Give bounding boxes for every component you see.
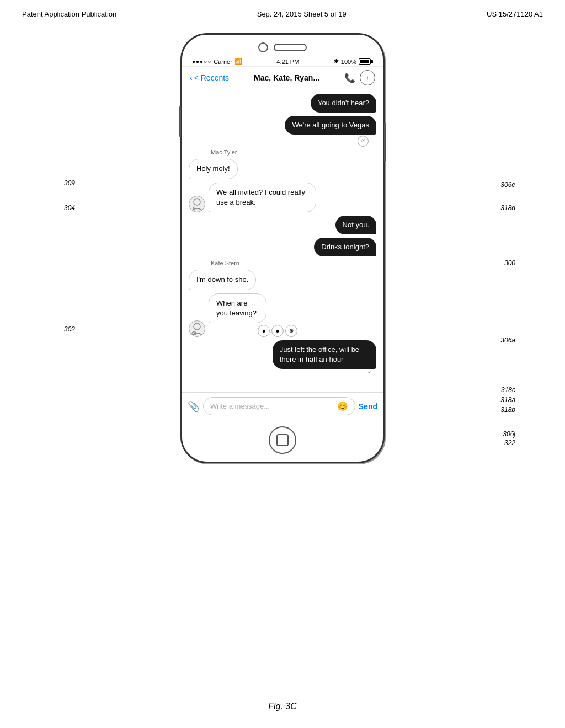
send-button[interactable]: Send xyxy=(359,402,377,411)
phone-top-bar xyxy=(182,35,383,57)
reaction-badge-1: ● xyxy=(258,325,270,337)
table-row: You didn't hear? xyxy=(189,94,376,113)
bubble-sent-5: Just left the office, will be there in h… xyxy=(273,340,376,369)
info-icon[interactable]: i xyxy=(360,70,375,85)
avatar-kate xyxy=(189,320,205,337)
reaction-badges: ● ● ⊕ xyxy=(258,325,297,337)
bubble-received-2: We all invited? I could really use a bre… xyxy=(209,183,316,212)
annotation-322: 322 xyxy=(504,439,515,447)
svg-point-2 xyxy=(194,323,200,330)
annotation-318c: 318c xyxy=(501,386,515,394)
chevron-left-icon: ‹ xyxy=(190,73,193,82)
nav-bar: ‹ < Recents Mac, Kate, Ryan... 📞 i xyxy=(182,67,383,89)
carrier-label: Carrier xyxy=(214,58,232,65)
message-placeholder: Write a message... xyxy=(210,402,270,410)
annotation-306j: 306j xyxy=(503,430,515,438)
fig-caption: Fig. 3C xyxy=(268,702,297,711)
annotation-306e: 306e xyxy=(500,181,515,189)
table-row: When are you leaving? ● ● ⊕ xyxy=(189,293,376,337)
tapback-dot-heart: ♡ xyxy=(358,136,369,147)
avatar-mac xyxy=(189,196,205,212)
reaction-badge-2: ● xyxy=(271,325,284,337)
battery-percent: 100% xyxy=(341,58,356,65)
bubble-sent-2: We're all going to Vegas xyxy=(285,116,376,135)
bluetooth-icon: ✱ xyxy=(334,58,339,65)
bubble-received-3: I'm down fo sho. xyxy=(189,270,256,290)
bubble-received-4: When are you leaving? xyxy=(209,293,266,323)
annotation-318a: 318a xyxy=(500,396,515,404)
bubble-sent-3: Not you. xyxy=(335,216,376,234)
signal-dots: ●●●○○ xyxy=(192,58,211,65)
table-row: Just left the office, will be there in h… xyxy=(189,340,376,375)
annotation-318d: 318d xyxy=(500,204,515,212)
wifi-icon: 📶 xyxy=(234,58,242,65)
home-button[interactable] xyxy=(269,426,296,454)
bubble-sent-4: Drinks tonight? xyxy=(314,238,376,256)
annotation-309: 309 xyxy=(64,179,75,187)
battery-icon xyxy=(359,58,373,65)
back-button[interactable]: ‹ < Recents xyxy=(190,73,229,82)
table-row: We're all going to Vegas xyxy=(189,116,376,135)
table-row: I'm down fo sho. xyxy=(189,270,376,290)
home-button-inner xyxy=(276,434,289,446)
nav-title: Mac, Kate, Ryan... xyxy=(254,73,319,82)
table-row: We all invited? I could really use a bre… xyxy=(189,183,376,212)
reaction-badge-3: ⊕ xyxy=(285,325,297,337)
home-button-area xyxy=(182,420,383,462)
checkmark-icon: ✓ xyxy=(367,369,372,375)
table-row: Not you. xyxy=(189,216,376,234)
back-label: < Recents xyxy=(194,73,229,82)
annotation-300: 300 xyxy=(504,259,515,267)
phone-call-icon[interactable]: 📞 xyxy=(344,73,355,83)
speaker-pill xyxy=(274,44,307,51)
table-row: Drinks tonight? xyxy=(189,238,376,256)
messages-area: You didn't hear? We're all going to Vega… xyxy=(182,89,383,392)
annotation-306a: 306a xyxy=(500,336,515,344)
annotation-318b: 318b xyxy=(500,406,515,414)
status-bar: ●●●○○ Carrier 📶 4:21 PM ✱ 100% xyxy=(182,57,383,67)
patent-header: Patent Application Publication Sep. 24, … xyxy=(0,0,565,24)
bubble-received-1: Holy moly! xyxy=(189,159,238,179)
sender-name-mac: Mac Tyler xyxy=(211,149,376,156)
msg-with-avatar-1: We all invited? I could really use a bre… xyxy=(189,183,354,212)
annotation-304: 304 xyxy=(64,204,75,212)
table-row: Holy moly! xyxy=(189,159,376,179)
annotation-302: 302 xyxy=(64,325,75,333)
svg-point-0 xyxy=(194,199,200,205)
msg-delivered: ✓ xyxy=(367,369,372,375)
phone-outer: ●●●○○ Carrier 📶 4:21 PM ✱ 100% ‹ < Recen… xyxy=(180,33,385,463)
msg-with-avatar-2: When are you leaving? ● ● ⊕ xyxy=(189,293,297,337)
bubble-sent-1: You didn't hear? xyxy=(311,94,376,113)
sender-name-kate: Kate Stern xyxy=(211,260,376,266)
time-display: 4:21 PM xyxy=(276,58,299,65)
emoji-button[interactable]: 😊 xyxy=(337,401,348,411)
tapback-area-1: ♡ xyxy=(189,136,369,147)
input-bar: 📎 Write a message... 😊 Send xyxy=(182,392,383,420)
message-input[interactable]: Write a message... 😊 xyxy=(203,397,355,415)
attach-icon[interactable]: 📎 xyxy=(188,400,200,413)
camera-circle xyxy=(258,42,268,52)
